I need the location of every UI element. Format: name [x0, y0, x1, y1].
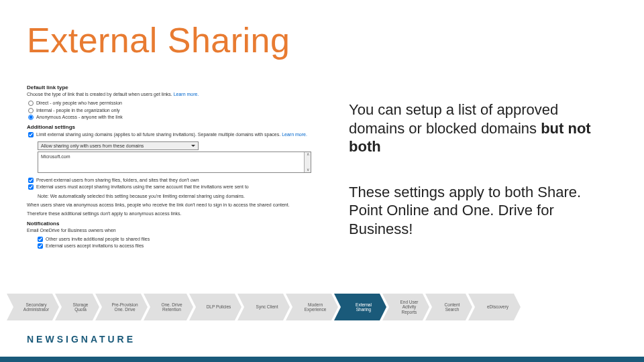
domain-filter-dropdown[interactable]: Allow sharing only with users from these…	[38, 141, 199, 150]
explanation-p1: You can setup a list of approved domains…	[349, 101, 617, 156]
radio-anonymous[interactable]: Anonymous Access - anyone with the link	[28, 114, 335, 120]
timeline-step-9[interactable]: Content Search	[425, 294, 472, 320]
timeline-step-10[interactable]: eDiscovery	[468, 294, 521, 320]
settings-panel: Default link type Choose the type of lin…	[27, 80, 335, 249]
timeline-step-3[interactable]: One. Drive Retention	[144, 294, 193, 320]
footer-bar	[0, 357, 644, 362]
timeline-step-8[interactable]: End User Activity Reports	[382, 294, 429, 320]
explanation-text: You can setup a list of approved domains…	[349, 101, 617, 265]
anon-info-2: Therefore these additional settings don'…	[27, 210, 335, 217]
brand-logo: NEWSIGNATURE	[27, 334, 136, 345]
check-notify-invite[interactable]: Other users invite additional people to …	[38, 236, 335, 242]
note-auto-selected: Note: We automatically selected this set…	[38, 193, 335, 199]
timeline-step-7[interactable]: External Sharing	[334, 294, 386, 320]
notifications-subtext: Email OneDrive for Business owners when	[27, 227, 335, 233]
timeline-step-0[interactable]: Secondary Administrator	[7, 294, 59, 320]
default-link-heading: Default link type	[27, 84, 335, 91]
timeline-step-6[interactable]: Modern Experience	[286, 294, 338, 320]
check-prevent-external[interactable]: Prevent external users from sharing file…	[28, 177, 335, 183]
domains-textarea[interactable]: Microsoft.com ∧∨	[38, 152, 311, 173]
additional-settings-heading: Additional settings	[27, 124, 335, 131]
check-limit-domains[interactable]: Limit external sharing using domains (ap…	[28, 131, 335, 137]
default-link-subtext: Choose the type of link that is created …	[27, 91, 335, 97]
notifications-heading: Notifications	[27, 221, 335, 227]
scrollbar[interactable]: ∧∨	[304, 152, 311, 172]
progress-timeline: Secondary AdministratorStorage QuotaPre-…	[7, 294, 521, 320]
timeline-step-4[interactable]: DLP Policies	[189, 294, 241, 320]
page-title: External Sharing	[27, 20, 290, 60]
radio-internal[interactable]: Internal - people in the organization on…	[28, 107, 335, 113]
learn-more-link-2[interactable]: Learn more.	[282, 132, 307, 137]
radio-direct[interactable]: Direct - only people who have permission	[28, 100, 335, 106]
timeline-step-1[interactable]: Storage Quota	[55, 294, 99, 320]
check-notify-accept[interactable]: External users accept invitations to acc…	[38, 243, 335, 249]
timeline-step-2[interactable]: Pre-Provision One. Drive	[95, 294, 148, 320]
timeline-step-5[interactable]: Sync Client	[237, 294, 290, 320]
learn-more-link[interactable]: Learn more.	[174, 92, 199, 97]
check-same-account[interactable]: External users must accept sharing invit…	[28, 184, 335, 190]
explanation-p2: These settings apply to both Share. Poin…	[349, 183, 617, 239]
anon-info-1: When users share via anonymous access li…	[27, 202, 335, 208]
